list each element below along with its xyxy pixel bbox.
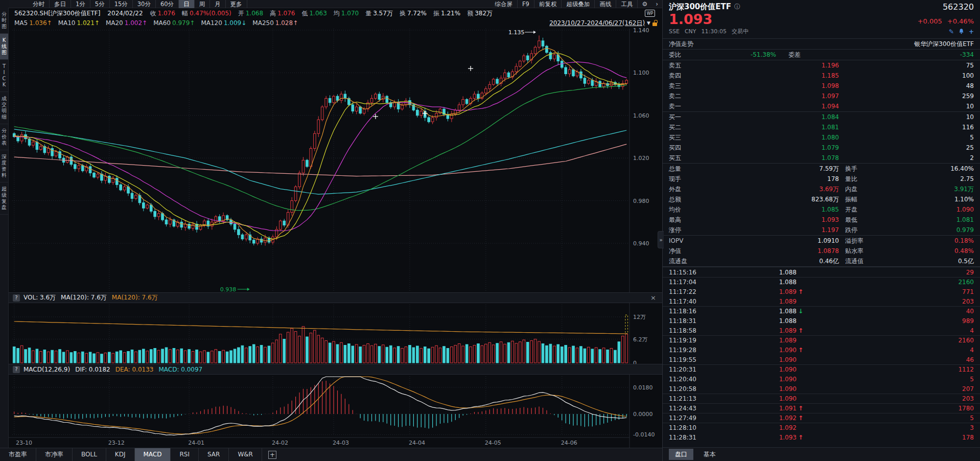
panel-collapse-handle[interactable]: » [658, 231, 664, 248]
tick-volume: 989 [805, 317, 974, 325]
level-volume: 10 [839, 113, 974, 121]
sidebar-item-char: 复 [2, 198, 7, 204]
info-circle-icon[interactable]: ⓘ [734, 3, 740, 11]
date-range-selector[interactable]: 2023/10/27-2024/06/27(162日) ▼ [549, 19, 657, 28]
ask-row-卖一[interactable]: 卖一1.09410 [663, 101, 980, 111]
tool-button-超级叠加[interactable]: 超级叠加 [562, 0, 595, 8]
tool-button-画线[interactable]: 画线 [595, 0, 616, 8]
tick-row: 11:28:311.093↑178 [663, 432, 980, 442]
sidebar-item-TICK[interactable]: TICK [0, 60, 8, 92]
pencil-icon[interactable]: ✎ [949, 29, 954, 35]
tab-basic[interactable]: 基本 [697, 449, 722, 460]
info-field-value: 1.068 [246, 10, 263, 17]
bid-row-买四[interactable]: 买四1.07925 [663, 143, 980, 153]
sidebar-item-超级复盘[interactable]: 超级复盘 [0, 182, 8, 215]
period-tab-30分[interactable]: 30分 [133, 0, 156, 8]
sidebar-item-char: 成 [2, 96, 7, 102]
indicator-tab-KDJ[interactable]: KDJ [106, 448, 135, 461]
tick-volume: 4 [805, 327, 974, 334]
sidebar-item-K线图[interactable]: K线图 [0, 34, 8, 60]
level-volume: 2 [839, 154, 974, 162]
tool-button-综合屏[interactable]: 综合屏 [490, 0, 518, 8]
macd-dif: DIF: 0.0182 [75, 366, 110, 373]
ask-row-卖三[interactable]: 卖三1.09848 [663, 81, 980, 91]
sidebar-item-char: K [3, 82, 6, 88]
tool-button-F9[interactable]: F9 [518, 0, 534, 8]
ask-row-卖五[interactable]: 卖五1.19675 [663, 60, 980, 71]
indicator-tab-SAR[interactable]: SAR [199, 448, 229, 461]
indicator-tab-市净率[interactable]: 市净率 [36, 448, 73, 461]
period-tab-60分[interactable]: 60分 [156, 0, 179, 8]
info-field-振: 振1.21% [433, 9, 460, 18]
add-indicator-icon[interactable]: + [268, 451, 276, 459]
chevron-right-icon[interactable]: › [651, 1, 662, 8]
period-tab-分时[interactable]: 分时 [28, 0, 50, 8]
gear-icon[interactable]: ⚙ [638, 1, 651, 8]
sidebar-item-char: K [3, 37, 6, 43]
tick-price: 1.090 [712, 395, 797, 402]
period-tab-日[interactable]: 日 [179, 0, 195, 8]
period-tab-15分[interactable]: 15分 [110, 0, 133, 8]
tab-order-book[interactable]: 盘口 [669, 449, 693, 460]
level-volume: 25 [839, 144, 974, 151]
help-icon[interactable]: ? [13, 366, 20, 373]
tick-row: 11:18:581.089↑4 [663, 326, 980, 335]
tick-time: 11:20:40 [669, 376, 712, 383]
svg-text:23-12: 23-12 [108, 440, 125, 446]
ma-label: MA60 [153, 19, 171, 27]
stat-value: 1.0878 [701, 247, 839, 255]
tick-time: 11:19:55 [669, 356, 712, 363]
indicator-tab-BOLL[interactable]: BOLL [73, 448, 106, 461]
indicator-tab-市盈率[interactable]: 市盈率 [0, 448, 36, 461]
unlock-icon[interactable] [652, 22, 657, 26]
help-icon[interactable]: ? [13, 294, 20, 302]
level-label: 买三 [669, 133, 699, 142]
info-field-value: 7.72% [407, 10, 427, 17]
sidebar-item-分时图[interactable]: 分时图 [0, 8, 8, 34]
caret-down-icon[interactable]: ▼ [647, 20, 650, 26]
close-pane-icon[interactable]: × [648, 294, 658, 302]
info-field-收: 收1.076 [150, 9, 175, 18]
svg-text:0.0180: 0.0180 [633, 384, 653, 391]
tool-button-工具[interactable]: 工具 [616, 0, 638, 8]
annotations-layer: 1.1350.938 [220, 29, 536, 293]
bell-icon[interactable] [959, 28, 964, 35]
stat-row-净值: 净值1.0878贴水率0.48% [663, 246, 980, 256]
stat-value: 1.10% [884, 196, 974, 203]
bid-row-买三[interactable]: 买三1.0805 [663, 132, 980, 143]
period-tab-更多[interactable]: 更多 [226, 0, 247, 8]
bid-row-买二[interactable]: 买二1.081116 [663, 122, 980, 132]
indicator-tab-RSI[interactable]: RSI [171, 448, 199, 461]
indicator-tab-W&R[interactable]: W&R [229, 448, 262, 461]
level-label: 卖二 [669, 92, 699, 101]
tool-button-前复权[interactable]: 前复权 [534, 0, 562, 8]
indicator-tab-MACD[interactable]: MACD [135, 448, 171, 461]
plus-icon[interactable]: + [969, 29, 974, 35]
sidebar-item-分价表[interactable]: 分价表 [0, 124, 8, 150]
period-tab-5分[interactable]: 5分 [90, 0, 110, 8]
level-volume: 48 [839, 82, 974, 89]
bid-row-买一[interactable]: 买一1.08410 [663, 112, 980, 122]
sidebar-item-char: I [4, 70, 5, 76]
level-label: 卖五 [669, 61, 699, 70]
bid-row-买五[interactable]: 买五1.0782 [663, 153, 980, 163]
ma-overlay-bar: MA51.036↑MA101.021↑MA201.002↑MA600.979↑M… [9, 18, 662, 28]
ask-row-卖四[interactable]: 卖四1.185100 [663, 71, 980, 81]
change-percent: +0.46% [947, 17, 974, 25]
date-range-text[interactable]: 2023/10/27-2024/06/27(162日) [549, 19, 645, 28]
macd-macd: MACD: 0.0097 [158, 366, 202, 373]
screenshot-window-icon[interactable]: WP [645, 10, 655, 17]
sidebar-item-成交明细[interactable]: 成交明细 [0, 92, 8, 124]
kline-chart[interactable]: 1.1401.1001.0601.0200.9800.94012万6.2万00.… [9, 0, 662, 448]
period-tab-周[interactable]: 周 [195, 0, 211, 8]
level-price: 1.080 [699, 134, 839, 141]
info-field-label: 换 [400, 10, 406, 17]
period-tab-月[interactable]: 月 [210, 0, 226, 8]
tick-volume: 771 [805, 288, 974, 295]
period-tab-多日[interactable]: 多日 [50, 0, 71, 8]
ask-row-卖二[interactable]: 卖二1.097259 [663, 91, 980, 101]
period-tab-1分[interactable]: 1分 [71, 0, 90, 8]
nav-trend-row[interactable]: 净值走势 银华沪深300价值ETF [663, 39, 980, 50]
sidebar-item-深度资料[interactable]: 深度资料 [0, 150, 8, 182]
sidebar-corner [0, 0, 9, 8]
